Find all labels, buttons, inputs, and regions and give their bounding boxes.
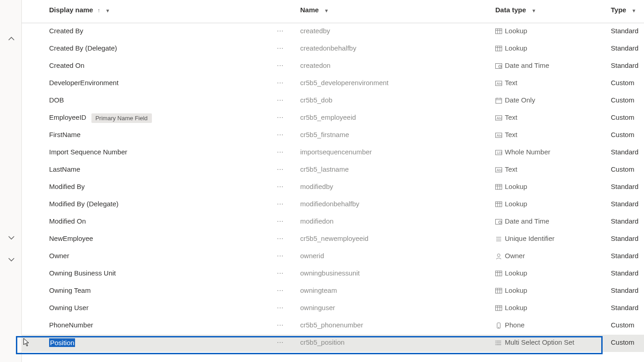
cell-display-name: Created By: [49, 27, 83, 35]
cell-type: Custom: [611, 338, 634, 346]
svg-text:123: 123: [497, 151, 502, 154]
col-type[interactable]: Type ▾: [611, 6, 635, 14]
table-row[interactable]: Owning Team···owningteamLookupStandard: [21, 283, 644, 300]
svg-point-60: [495, 342, 496, 343]
table-row[interactable]: NewEmployee···cr5b5_newemployeeidUnique …: [21, 231, 644, 248]
cell-type: Standard: [611, 61, 639, 69]
table-row[interactable]: LastName···cr5b5_lastnameAbcTextCustom: [21, 162, 644, 179]
table-row[interactable]: DeveloperEnvironment···cr5b5_developeren…: [21, 75, 644, 92]
cell-display-name: Position: [49, 338, 75, 347]
table-row[interactable]: Modified By···modifiedbyLookupStandard: [21, 179, 644, 196]
cell-datatype: Lookup: [495, 286, 527, 294]
row-more-actions[interactable]: ···: [277, 217, 284, 224]
cell-name: owningteam: [300, 286, 337, 294]
chevron-down-icon: ▾: [633, 8, 635, 14]
table-row[interactable]: Owner···owneridOwnerStandard: [21, 248, 644, 265]
cell-datatype: AbcText: [495, 131, 518, 138]
col-name[interactable]: Name ▾: [300, 6, 328, 14]
cell-display-name: Created By (Delegate): [49, 44, 117, 52]
cell-name: owningbusinessunit: [300, 269, 360, 277]
row-more-actions[interactable]: ···: [277, 304, 284, 311]
table-row[interactable]: Import Sequence Number···importsequencen…: [21, 144, 644, 162]
table-row[interactable]: Created By (Delegate)···createdonbehalfb…: [21, 41, 644, 58]
table-row[interactable]: Modified On···modifiedonDate and TimeSta…: [21, 214, 644, 231]
row-more-actions[interactable]: ···: [277, 252, 284, 259]
lookup-icon: [495, 305, 502, 311]
table-row[interactable]: DOB···cr5b5_dobDate OnlyCustom: [21, 92, 644, 110]
cell-datatype-label: Date and Time: [505, 217, 549, 225]
lookup-icon: [495, 288, 502, 294]
cell-datatype-label: Multi Select Option Set: [505, 338, 574, 346]
row-more-actions[interactable]: ···: [277, 200, 284, 207]
row-more-actions[interactable]: ···: [277, 338, 284, 346]
row-more-actions[interactable]: ···: [277, 113, 284, 121]
number-icon: 123: [495, 149, 502, 156]
cell-display-name: EmployeeIDPrimary Name Field: [49, 113, 152, 123]
cell-display-name: PhoneNumber: [49, 321, 93, 329]
table-row[interactable]: Owning Business Unit···owningbusinessuni…: [21, 265, 644, 283]
svg-rect-26: [496, 184, 502, 189]
cell-type: Standard: [611, 252, 639, 260]
svg-text:Abc: Abc: [497, 134, 502, 137]
row-more-actions[interactable]: ···: [277, 286, 284, 294]
col-display-name[interactable]: Display name ↑ ▾: [49, 6, 109, 14]
table-row[interactable]: Modified By (Delegate)···modifiedonbehal…: [21, 196, 644, 214]
cell-name: ownerid: [300, 252, 324, 260]
cell-display-name: NewEmployee: [49, 235, 93, 242]
cell-type: Standard: [611, 183, 639, 190]
chevron-down-icon: ▾: [106, 8, 109, 14]
row-more-actions[interactable]: ···: [277, 321, 284, 328]
svg-text:Abc: Abc: [497, 82, 502, 85]
uid-icon: [495, 236, 502, 242]
table-row[interactable]: EmployeeIDPrimary Name Field···cr5b5_emp…: [21, 110, 644, 127]
cell-display-name: DOB: [49, 96, 64, 104]
cell-type: Standard: [611, 44, 639, 52]
table-row[interactable]: PhoneNumber···cr5b5_phonenumberPhoneCust…: [21, 317, 644, 335]
cell-type: Standard: [611, 217, 639, 225]
cell-display-name: DeveloperEnvironment: [49, 79, 119, 87]
row-more-actions[interactable]: ···: [277, 165, 284, 173]
chevron-down-icon: ▾: [533, 8, 535, 14]
cell-datatype-label: Text: [505, 113, 518, 121]
table-row[interactable]: Owning User···owninguserLookupStandard: [21, 300, 644, 317]
collapse-section-3[interactable]: [8, 256, 15, 263]
cell-display-name: Modified By: [49, 183, 85, 190]
row-more-actions[interactable]: ···: [277, 79, 284, 86]
table-row[interactable]: Position···cr5b5_positionMulti Select Op…: [21, 335, 644, 352]
table-row[interactable]: Created On···createdonDate and TimeStand…: [21, 58, 644, 75]
row-more-actions[interactable]: ···: [277, 235, 284, 242]
col-datatype[interactable]: Data type ▾: [495, 6, 535, 14]
row-more-actions[interactable]: ···: [277, 44, 284, 51]
row-more-actions[interactable]: ···: [277, 148, 284, 155]
row-more-actions[interactable]: ···: [277, 96, 284, 103]
row-more-actions[interactable]: ···: [277, 131, 284, 138]
cell-type: Custom: [611, 321, 634, 329]
cell-name: cr5b5_firstname: [300, 131, 349, 138]
table-row[interactable]: FirstName···cr5b5_firstnameAbcTextCustom: [21, 127, 644, 144]
collapse-section-2[interactable]: [8, 234, 15, 241]
row-more-actions[interactable]: ···: [277, 27, 284, 34]
cell-datatype: Lookup: [495, 200, 527, 208]
svg-point-59: [495, 341, 496, 342]
col-display-name-label: Display name: [49, 6, 93, 14]
cell-datatype: Phone: [495, 321, 524, 329]
cell-datatype: Date and Time: [495, 61, 549, 69]
cell-datatype: 123Whole Number: [495, 148, 550, 156]
cell-datatype: Lookup: [495, 27, 527, 35]
sort-ascending-icon: ↑: [97, 7, 100, 14]
cell-display-name: Owning Team: [49, 286, 91, 294]
cell-datatype-label: Lookup: [505, 183, 527, 190]
cell-type: Standard: [611, 148, 639, 156]
table-row[interactable]: Created By···createdbyLookupStandard: [21, 23, 644, 41]
expand-section-1[interactable]: [8, 35, 15, 42]
svg-rect-30: [496, 202, 502, 207]
cell-datatype: Lookup: [495, 44, 527, 52]
col-type-label: Type: [611, 6, 626, 14]
row-more-actions[interactable]: ···: [277, 183, 284, 190]
row-more-actions[interactable]: ···: [277, 61, 284, 69]
cell-datatype-label: Date Only: [505, 96, 535, 104]
svg-rect-14: [496, 98, 502, 103]
text-icon: Abc: [495, 132, 502, 138]
col-name-label: Name: [300, 6, 319, 14]
row-more-actions[interactable]: ···: [277, 269, 284, 276]
